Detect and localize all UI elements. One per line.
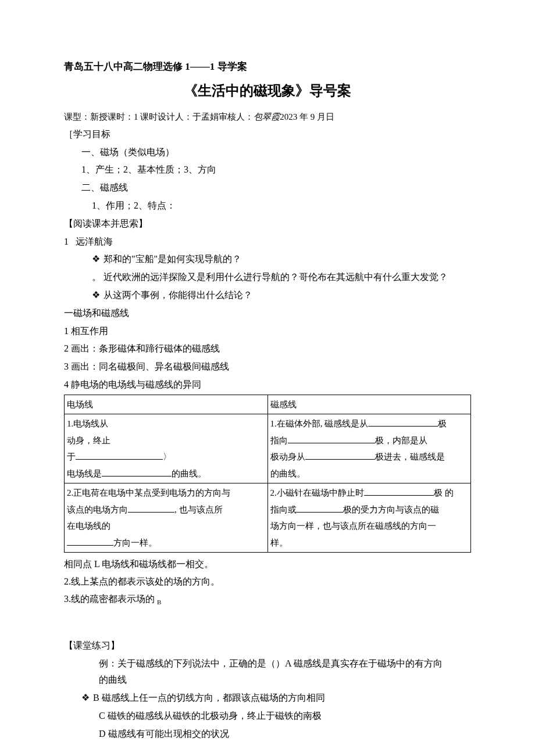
common-3: 3.线的疏密都表示场的 B [64, 591, 471, 608]
common-1: 相同点 L 电场线和磁场线都一相交。 [64, 556, 471, 573]
text: 动身，终止 [67, 436, 110, 445]
blank [76, 450, 163, 460]
text: 极的受力方向与该点的磁 [343, 505, 439, 514]
exercise-label: 【课堂练习】 [64, 637, 471, 654]
text: 极，内部是从 [375, 436, 427, 445]
table-row: 1.电场线从 动身，终止 于〉 电场线是的曲线。 1.在磁体外部, 磁感线是从极… [65, 414, 471, 483]
blank [297, 503, 343, 513]
blank [305, 450, 375, 460]
text: 极 的 [434, 488, 454, 497]
text: 2.小磁针在磁场中静止时 [270, 488, 364, 497]
cell-r1c2: 1.在磁体外部, 磁感线是从极 指向极，内部是从 极动身从极进去，磁感线是 的曲… [268, 414, 471, 483]
text: 1.电场线从 [67, 419, 108, 428]
exercise-section: 【课堂练习】 例：关于磁感线的下列说法中，正确的是（）A 磁感线是真实存在于磁场… [64, 637, 471, 743]
blank [288, 434, 375, 443]
section-1-4: 4 静电场的电场线与磁感线的异同 [64, 377, 471, 393]
question-title: 远洋航海 [76, 237, 113, 246]
q1-c-text: 从这两个事例，你能得出什么结论？ [104, 290, 252, 300]
text: 样。 [270, 538, 288, 547]
table-header-right: 磁感线 [268, 395, 471, 414]
text: 1.在磁体外部, 磁感线是从 [270, 419, 369, 428]
objectives-label: ［学习目标 [64, 126, 471, 143]
exercise-stem: 例：关于磁感线的下列说法中，正确的是（）A 磁感线是真实存在于磁场中的有方向 的… [64, 655, 471, 689]
common-2: 2.线上某点的都表示该处的场的方向。 [64, 574, 471, 590]
text: 极 [438, 419, 447, 428]
comparison-table: 电场线 磁感线 1.电场线从 动身，终止 于〉 电场线是的曲线。 1.在磁体外部… [64, 395, 471, 553]
q1-item-a: 郑和的"宝船"是如何实现导航的？ [64, 251, 471, 268]
text: 极动身从 [270, 452, 305, 461]
objective-2: 二、磁感线 [64, 180, 471, 196]
common-points: 相同点 L 电场线和磁场线都一相交。 2.线上某点的都表示该处的场的方向。 3.… [64, 556, 471, 608]
text: 的曲线。 [172, 469, 206, 478]
read-think-label: 【阅读课本并思索】 [64, 216, 471, 232]
exercise-option-b: B 磁感线上任一点的切线方向，都跟该点磁场的方向相同 [64, 690, 471, 707]
text: B 磁感线上任一点的切线方向，都跟该点磁场的方向相同 [93, 693, 325, 703]
blank [368, 417, 438, 427]
question-1: 1 远洋航海 [64, 234, 471, 250]
text: 于 [67, 452, 76, 461]
text: 例：关于磁感线的下列说法中，正确的是（）A 磁感线是真实存在于磁场中的有方向 [99, 658, 443, 668]
blank [102, 467, 172, 476]
text: 指向或 [270, 505, 297, 514]
section-1-2: 2 画出：条形磁体和蹄行磁体的磁感线 [64, 341, 471, 357]
objective-2-items: 1、作用；2、特点： [64, 198, 471, 214]
table-row: 2.正电荷在电场中某点受到电场力的方向与 该点的电场方向, 也与该点所 在电场线… [65, 483, 471, 553]
meta-line: 课型：新授课时：1 课时设计人：于孟娟审核人：包翠霞2023 年 9 月日 [64, 109, 471, 125]
text: 极进去，磁感线是 [375, 452, 445, 461]
document-title: 《生活中的磁现象》导号案 [64, 78, 471, 103]
q1-item-c: 从这两个事例，你能得出什么结论？ [64, 287, 471, 304]
meta-prefix: 课型：新授课时：1 课时设计人：于孟娟审核人： [64, 112, 254, 121]
text: 电场线是 [67, 469, 102, 478]
q1-a-text: 郑和的"宝船"是如何实现导航的？ [104, 254, 241, 264]
text: 指向 [270, 436, 288, 445]
blank [364, 486, 434, 496]
meta-date: 2023 年 9 月日 [280, 112, 334, 121]
objective-1-items: 1、产生；2、基本性质；3、方向 [64, 162, 471, 178]
exercise-option-d: D 磁感线有可能出现相交的状况 [64, 726, 471, 743]
cell-r2c2: 2.小磁针在磁场中静止时极 的 指向或极的受力方向与该点的磁 场方向一样，也与该… [268, 483, 471, 553]
blank [67, 536, 113, 546]
question-number: 1 [64, 237, 69, 246]
blank [128, 503, 174, 513]
section-1-3: 3 画出：同名磁极间、异名磁极间磁感线 [64, 359, 471, 375]
text: 2.正电荷在电场中某点受到电场力的方向与 [67, 488, 230, 497]
text: 场方向一样，也与该点所在磁感线的方向一 [270, 521, 436, 531]
table-row: 电场线 磁感线 [65, 395, 471, 414]
meta-checker: 包翠霞 [254, 112, 280, 121]
text: 该点的电场方向 [67, 505, 128, 514]
cell-r2c1: 2.正电荷在电场中某点受到电场力的方向与 该点的电场方向, 也与该点所 在电场线… [65, 483, 268, 553]
document-header: 青岛五十八中高二物理选修 1——1 导学案 [64, 58, 471, 76]
cell-r1c1: 1.电场线从 动身，终止 于〉 电场线是的曲线。 [65, 414, 268, 483]
q1-b-text: 近代欧洲的远洋探险又是利用什么进行导航的？哥伦布在其远航中有什么重大发觉？ [104, 272, 448, 282]
text: 方向一样。 [113, 538, 157, 547]
subscript: B [157, 599, 161, 605]
section-1-title: 一磁场和磁感线 [64, 305, 471, 322]
exercise-option-c: C 磁铁的磁感线从磁铁的北极动身，终止于磁铁的南极 [64, 708, 471, 725]
text: 的曲线。 [270, 469, 305, 478]
section-1-1: 1 相互作用 [64, 323, 471, 340]
objective-1: 一、磁场（类似电场） [64, 144, 471, 161]
text: 的曲线 [99, 675, 127, 685]
table-header-left: 电场线 [65, 395, 268, 414]
q1-item-b: 近代欧洲的远洋探险又是利用什么进行导航的？哥伦布在其远航中有什么重大发觉？ [64, 269, 471, 286]
text: 在电场线的 [67, 521, 110, 531]
text: 3.线的疏密都表示场的 [64, 594, 157, 604]
text: , 也与该点所 [174, 505, 223, 514]
